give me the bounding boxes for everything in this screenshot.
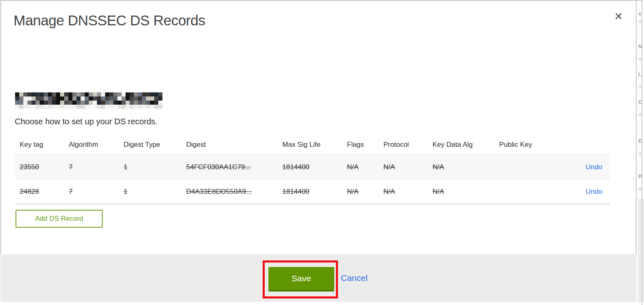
background-page-fragment: o [638, 111, 641, 117]
cell-flags: N/A [347, 163, 383, 171]
cell-key-data-alg: N/A [432, 163, 499, 171]
modal-title: Manage DNSSEC DS Records [14, 12, 205, 29]
column-header-key-data-alg: Key Data Alg [432, 141, 499, 149]
cell-flags: N/A [347, 188, 383, 196]
cell-key-tag: 23550 [20, 163, 69, 171]
cell-key-data-alg: N/A [432, 188, 499, 196]
cell-protocol: N/A [383, 163, 432, 171]
save-button[interactable]: Save [268, 267, 334, 292]
column-header-key-tag: Key tag [20, 141, 69, 149]
background-page-fragment: o [638, 83, 641, 90]
cell-digest: 54FCF030AA1C79... [186, 163, 282, 171]
cell-digest-type: 1 [124, 163, 186, 171]
ds-records-table: Key tag Algorithm Digest Type Digest Max… [15, 135, 610, 204]
cancel-link[interactable]: Cancel [341, 273, 367, 283]
table-row: 23550 7 1 54FCF030AA1C79... 1814400 N/A … [15, 155, 610, 179]
column-header-public-key: Public Key [499, 141, 573, 149]
column-header-algorithm: Algorithm [69, 141, 124, 149]
column-header-digest-type: Digest Type [124, 141, 186, 149]
background-page-fragment: o [638, 150, 641, 156]
close-icon[interactable]: ✕ [611, 9, 626, 24]
background-page-fragment: o [638, 186, 641, 192]
cell-algorithm: 7 [69, 163, 124, 171]
window-edge-line [642, 0, 642, 305]
cell-protocol: N/A [383, 188, 432, 196]
table-row: 24828 7 1 D4A33E8DD550A9... 1814400 N/A … [15, 179, 610, 204]
column-header-flags: Flags [347, 141, 383, 149]
background-page-fragment: o [638, 56, 641, 62]
undo-link[interactable]: Undo [585, 188, 602, 196]
cell-max-sig-life: 1814400 [282, 188, 347, 196]
background-page-sliver: soNoLoCoEoPo [638, 0, 644, 305]
background-page-fragment: o [638, 18, 641, 24]
intro-text: Choose how to set up your DS records. [15, 117, 158, 126]
undo-link[interactable]: Undo [585, 163, 602, 171]
screenshot-stage: soNoLoCoEoPo Manage DNSSEC DS Records ✕ … [0, 0, 644, 305]
background-page-fragment: L [638, 71, 642, 77]
add-ds-record-button[interactable]: Add DS Record [16, 210, 103, 228]
cell-digest-type: 1 [124, 188, 186, 196]
column-header-protocol: Protocol [383, 141, 432, 149]
column-header-max-sig-life: Max Sig Life [282, 141, 347, 149]
cell-key-tag: 24828 [20, 188, 69, 196]
cell-digest: D4A33E8DD550A9... [186, 188, 282, 196]
background-page-fragment: s [638, 11, 641, 17]
background-page-footer-sliver [638, 199, 644, 303]
cell-max-sig-life: 1814400 [282, 163, 347, 171]
column-header-digest: Digest [186, 141, 282, 149]
cell-algorithm: 7 [69, 188, 124, 196]
redacted-domain-name [15, 92, 162, 109]
table-header-row: Key tag Algorithm Digest Type Digest Max… [15, 135, 610, 155]
